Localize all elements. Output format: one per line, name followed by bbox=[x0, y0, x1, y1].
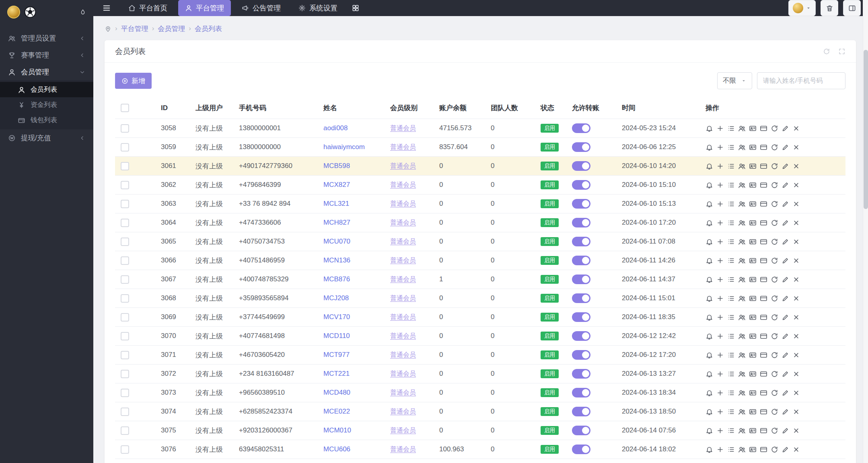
op-users-icon[interactable] bbox=[738, 351, 746, 359]
op-list-icon[interactable] bbox=[727, 143, 735, 151]
op-list-icon[interactable] bbox=[727, 446, 735, 453]
member-level-link[interactable]: 普通会员 bbox=[390, 295, 416, 301]
row-checkbox[interactable] bbox=[121, 200, 129, 208]
op-plus-icon[interactable] bbox=[716, 313, 724, 321]
op-id-card-icon[interactable] bbox=[749, 125, 757, 132]
op-refresh-icon[interactable] bbox=[771, 125, 778, 132]
op-delete-icon[interactable] bbox=[792, 162, 800, 170]
op-id-card-icon[interactable] bbox=[749, 200, 757, 208]
grid-icon[interactable] bbox=[352, 4, 360, 12]
row-checkbox[interactable] bbox=[121, 256, 129, 265]
op-users-icon[interactable] bbox=[738, 427, 746, 434]
transfer-toggle[interactable] bbox=[572, 275, 590, 284]
op-credit-card-icon[interactable] bbox=[760, 389, 767, 397]
op-refresh-icon[interactable] bbox=[771, 313, 778, 321]
op-bell-icon[interactable] bbox=[706, 370, 713, 378]
op-credit-card-icon[interactable] bbox=[760, 276, 767, 283]
transfer-toggle[interactable] bbox=[572, 293, 590, 303]
op-refresh-icon[interactable] bbox=[771, 219, 778, 227]
op-users-icon[interactable] bbox=[738, 257, 746, 264]
row-checkbox[interactable] bbox=[121, 219, 129, 227]
transfer-toggle[interactable] bbox=[572, 256, 590, 265]
row-checkbox[interactable] bbox=[121, 143, 129, 152]
op-bell-icon[interactable] bbox=[706, 427, 713, 434]
op-list-icon[interactable] bbox=[727, 200, 735, 208]
op-delete-icon[interactable] bbox=[792, 181, 800, 189]
op-delete-icon[interactable] bbox=[792, 257, 800, 264]
op-bell-icon[interactable] bbox=[706, 219, 713, 227]
op-list-icon[interactable] bbox=[727, 219, 735, 227]
member-level-link[interactable]: 普通会员 bbox=[390, 370, 416, 377]
member-level-link[interactable]: 普通会员 bbox=[390, 125, 416, 131]
op-list-icon[interactable] bbox=[727, 181, 735, 189]
member-name-link[interactable]: MCE022 bbox=[323, 408, 350, 415]
member-name-link[interactable]: MCV170 bbox=[323, 313, 350, 321]
op-edit-icon[interactable] bbox=[782, 446, 789, 453]
op-edit-icon[interactable] bbox=[782, 408, 789, 416]
member-name-link[interactable]: MCD480 bbox=[323, 389, 350, 396]
transfer-toggle[interactable] bbox=[572, 445, 590, 454]
sidebar-item-wallet-list[interactable]: 钱包列表 bbox=[0, 113, 93, 128]
transfer-toggle[interactable] bbox=[572, 237, 590, 246]
sidebar-item-member-list[interactable]: 会员列表 bbox=[0, 82, 93, 97]
op-credit-card-icon[interactable] bbox=[760, 219, 767, 227]
member-level-link[interactable]: 普通会员 bbox=[390, 351, 416, 358]
op-credit-card-icon[interactable] bbox=[760, 200, 767, 208]
member-level-link[interactable]: 普通会员 bbox=[390, 389, 416, 396]
member-name-link[interactable]: MCT221 bbox=[323, 370, 350, 377]
op-delete-icon[interactable] bbox=[792, 351, 800, 359]
op-refresh-icon[interactable] bbox=[771, 295, 778, 302]
op-plus-icon[interactable] bbox=[716, 181, 724, 189]
member-name-link[interactable]: MCU070 bbox=[323, 238, 350, 245]
nav-item-home[interactable]: 平台首页 bbox=[121, 0, 174, 16]
op-refresh-icon[interactable] bbox=[771, 351, 778, 359]
op-bell-icon[interactable] bbox=[706, 389, 713, 397]
breadcrumb-link[interactable]: 会员管理 bbox=[158, 24, 185, 33]
op-refresh-icon[interactable] bbox=[771, 181, 778, 189]
op-refresh-icon[interactable] bbox=[771, 143, 778, 151]
op-credit-card-icon[interactable] bbox=[760, 238, 767, 246]
menu-toggle-icon[interactable] bbox=[102, 4, 111, 12]
transfer-toggle[interactable] bbox=[572, 180, 590, 190]
fullscreen-icon[interactable] bbox=[838, 48, 845, 55]
op-edit-icon[interactable] bbox=[782, 295, 789, 302]
row-checkbox[interactable] bbox=[121, 389, 129, 397]
row-checkbox[interactable] bbox=[121, 313, 129, 322]
op-bell-icon[interactable] bbox=[706, 408, 713, 416]
add-button[interactable]: 新增 bbox=[115, 73, 152, 89]
op-list-icon[interactable] bbox=[727, 370, 735, 378]
op-users-icon[interactable] bbox=[738, 295, 746, 302]
member-name-link[interactable]: aodi008 bbox=[323, 124, 348, 132]
row-checkbox[interactable] bbox=[121, 370, 129, 378]
transfer-toggle[interactable] bbox=[572, 369, 590, 379]
op-id-card-icon[interactable] bbox=[749, 295, 757, 302]
droplet-icon[interactable] bbox=[80, 9, 86, 15]
trash-button[interactable] bbox=[821, 0, 838, 16]
row-checkbox[interactable] bbox=[121, 351, 129, 359]
member-level-link[interactable]: 普通会员 bbox=[390, 162, 416, 169]
op-credit-card-icon[interactable] bbox=[760, 427, 767, 434]
op-edit-icon[interactable] bbox=[782, 276, 789, 283]
op-delete-icon[interactable] bbox=[792, 332, 800, 340]
op-delete-icon[interactable] bbox=[792, 446, 800, 453]
op-delete-icon[interactable] bbox=[792, 408, 800, 416]
member-level-link[interactable]: 普通会员 bbox=[390, 313, 416, 320]
op-plus-icon[interactable] bbox=[716, 351, 724, 359]
op-credit-card-icon[interactable] bbox=[760, 143, 767, 151]
op-list-icon[interactable] bbox=[727, 276, 735, 283]
nav-item-announcement[interactable]: 公告管理 bbox=[235, 0, 288, 16]
sidebar-item-funds-list[interactable]: 资金列表 bbox=[0, 97, 93, 113]
op-delete-icon[interactable] bbox=[792, 200, 800, 208]
op-id-card-icon[interactable] bbox=[749, 219, 757, 227]
breadcrumb-link[interactable]: 会员列表 bbox=[195, 24, 222, 33]
op-delete-icon[interactable] bbox=[792, 427, 800, 434]
row-checkbox[interactable] bbox=[121, 332, 129, 340]
op-edit-icon[interactable] bbox=[782, 257, 789, 264]
op-plus-icon[interactable] bbox=[716, 332, 724, 340]
op-list-icon[interactable] bbox=[727, 162, 735, 170]
op-edit-icon[interactable] bbox=[782, 200, 789, 208]
user-menu-button[interactable] bbox=[788, 0, 816, 16]
op-delete-icon[interactable] bbox=[792, 219, 800, 227]
op-users-icon[interactable] bbox=[738, 313, 746, 321]
op-edit-icon[interactable] bbox=[782, 238, 789, 246]
